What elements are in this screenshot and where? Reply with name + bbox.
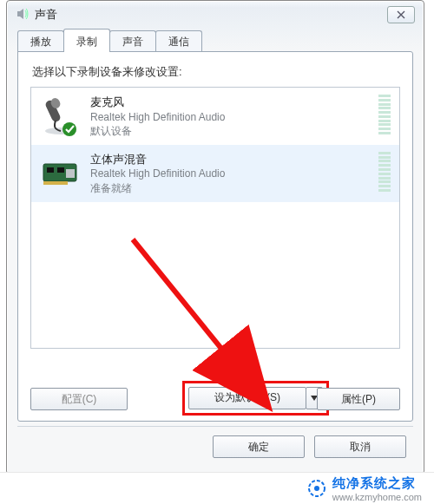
device-driver: Realtek High Definition Audio xyxy=(90,167,373,180)
level-meter xyxy=(378,152,391,192)
speaker-icon xyxy=(16,7,30,21)
device-list[interactable]: 麦克风 Realtek High Definition Audio 默认设备 xyxy=(30,87,400,349)
watermark-logo-icon xyxy=(308,480,326,497)
device-info: 麦克风 Realtek High Definition Audio 默认设备 xyxy=(90,95,373,138)
device-status: 准备就绪 xyxy=(90,181,373,195)
cancel-button[interactable]: 取消 xyxy=(314,435,406,458)
sound-dialog: 声音 播放 录制 声音 通信 选择以下录制设备来修改设置: xyxy=(6,0,424,475)
highlight-box: 设为默认值(S) xyxy=(182,381,329,416)
svg-point-3 xyxy=(62,122,76,136)
watermark-brand: 纯净系统之家 xyxy=(332,475,422,492)
watermark-text: 纯净系统之家 www.kzmyhome.com xyxy=(332,475,422,502)
tab-strip: 播放 录制 声音 通信 xyxy=(17,29,413,52)
properties-button[interactable]: 属性(P) xyxy=(317,388,400,410)
record-panel: 选择以下录制设备来修改设置: 麦克风 xyxy=(17,51,413,422)
device-name: 立体声混音 xyxy=(90,152,373,167)
tab-sounds[interactable]: 声音 xyxy=(109,30,156,52)
soundcard-icon xyxy=(40,152,82,193)
watermark-url: www.kzmyhome.com xyxy=(332,492,422,502)
configure-button[interactable]: 配置(C) xyxy=(30,388,128,410)
ok-button[interactable]: 确定 xyxy=(213,435,305,458)
panel-button-row: 配置(C) 设为默认值(S) 属性(P) xyxy=(30,384,400,410)
svg-rect-9 xyxy=(43,181,68,185)
tab-comm[interactable]: 通信 xyxy=(155,30,202,52)
svg-rect-8 xyxy=(66,169,75,178)
panel-prompt: 选择以下录制设备来修改设置: xyxy=(32,64,182,80)
tab-playback[interactable]: 播放 xyxy=(17,30,64,52)
watermark-bar: 纯净系统之家 www.kzmyhome.com xyxy=(0,472,434,504)
tab-record[interactable]: 录制 xyxy=(63,29,110,52)
level-meter xyxy=(378,95,391,134)
device-stereo-mix[interactable]: 立体声混音 Realtek High Definition Audio 准备就绪 xyxy=(31,145,399,202)
microphone-icon xyxy=(40,95,82,136)
title-bar: 声音 xyxy=(7,1,424,27)
device-microphone[interactable]: 麦克风 Realtek High Definition Audio 默认设备 xyxy=(31,88,399,145)
window-title: 声音 xyxy=(35,7,57,23)
dialog-button-row: 确定 取消 xyxy=(17,426,413,463)
close-icon xyxy=(395,10,407,19)
close-button[interactable] xyxy=(387,6,415,23)
set-default-button[interactable]: 设为默认值(S) xyxy=(188,387,306,409)
svg-point-12 xyxy=(314,486,319,491)
device-status: 默认设备 xyxy=(90,124,373,138)
device-driver: Realtek High Definition Audio xyxy=(90,110,373,124)
svg-rect-7 xyxy=(57,167,64,173)
svg-rect-6 xyxy=(47,167,54,173)
device-info: 立体声混音 Realtek High Definition Audio 准备就绪 xyxy=(90,152,373,195)
device-name: 麦克风 xyxy=(90,95,373,110)
